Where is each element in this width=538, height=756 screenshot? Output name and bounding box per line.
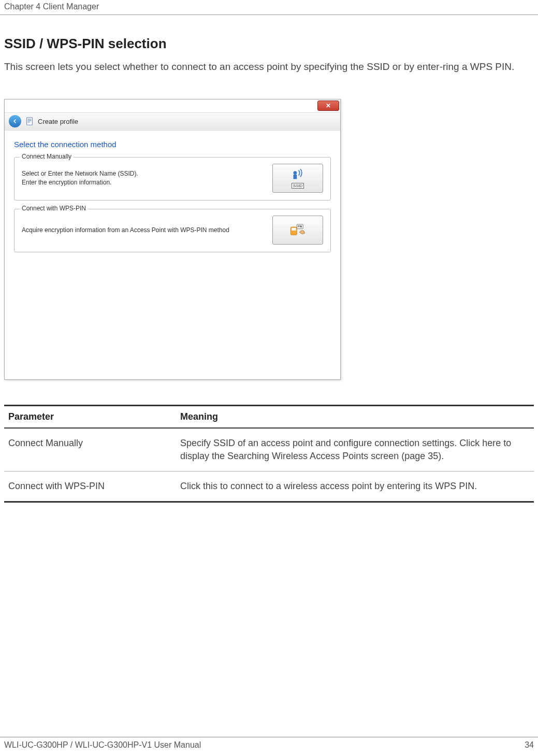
page-header: Chapter 4 Client Manager [0, 0, 538, 15]
dialog-header: Create profile [5, 113, 340, 131]
svg-rect-2 [27, 120, 31, 121]
svg-point-4 [294, 171, 297, 175]
svg-text:PIN: PIN [298, 225, 302, 228]
param-name: Connect Manually [4, 437, 180, 463]
arrow-left-icon [12, 118, 18, 124]
close-icon: ✕ [326, 102, 331, 109]
pin-icon: PIN [289, 223, 307, 237]
connect-wps-pin-button[interactable]: PIN [272, 216, 323, 245]
option2-legend: Connect with WPS-PIN [20, 205, 88, 212]
dialog-body: Select the connection method Connect Man… [5, 131, 340, 379]
footer-left: WLI-UC-G300HP / WLI-UC-G300HP-V1 User Ma… [4, 740, 201, 750]
svg-rect-7 [292, 227, 296, 230]
svg-rect-1 [27, 119, 31, 120]
section-intro: This screen lets you select whether to c… [4, 60, 534, 74]
col2-header: Meaning [180, 411, 218, 422]
footer-page-number: 34 [525, 740, 534, 750]
table-row: Connect with WPS-PIN Click this to conne… [4, 472, 534, 503]
ssid-icon: SSID [289, 168, 307, 189]
option1-text: Select or Enter the Network Name (SSID).… [22, 169, 267, 186]
option1-line1: Select or Enter the Network Name (SSID). [22, 169, 267, 178]
col1-header: Parameter [8, 411, 54, 422]
option-connect-manually: Connect Manually Select or Enter the Net… [14, 157, 331, 201]
option1-line2: Enter the encryption information. [22, 178, 267, 187]
connect-manually-button[interactable]: SSID [272, 164, 323, 193]
back-button[interactable] [9, 115, 21, 127]
table-row: Connect Manually Specify SSID of an acce… [4, 429, 534, 472]
chapter-label: Chapter 4 Client Manager [4, 2, 99, 11]
option2-text: Acquire encryption information from an A… [22, 226, 267, 234]
profile-icon [25, 117, 34, 126]
param-meaning: Click this to connect to a wireless acce… [180, 480, 534, 493]
svg-rect-5 [294, 175, 297, 179]
method-title: Select the connection method [14, 140, 331, 149]
close-button[interactable]: ✕ [317, 101, 339, 111]
ssid-label: SSID [292, 183, 304, 189]
page-footer: WLI-UC-G300HP / WLI-UC-G300HP-V1 User Ma… [0, 737, 538, 750]
svg-rect-3 [27, 122, 30, 122]
dialog-titlebar: ✕ [5, 99, 340, 113]
parameter-table: Parameter Meaning Connect Manually Speci… [4, 405, 534, 503]
section-title: SSID / WPS-PIN selection [4, 36, 534, 52]
param-name: Connect with WPS-PIN [4, 480, 180, 493]
param-meaning: Specify SSID of an access point and conf… [180, 437, 534, 463]
option-connect-wps-pin: Connect with WPS-PIN Acquire encryption … [14, 209, 331, 252]
dialog-title: Create profile [38, 118, 78, 125]
main-content: SSID / WPS-PIN selection This screen let… [0, 15, 538, 503]
table-header: Parameter Meaning [4, 405, 534, 429]
svg-rect-0 [27, 118, 33, 125]
create-profile-dialog: ✕ Create profile Select the connection m… [4, 99, 341, 380]
option1-legend: Connect Manually [20, 153, 74, 160]
